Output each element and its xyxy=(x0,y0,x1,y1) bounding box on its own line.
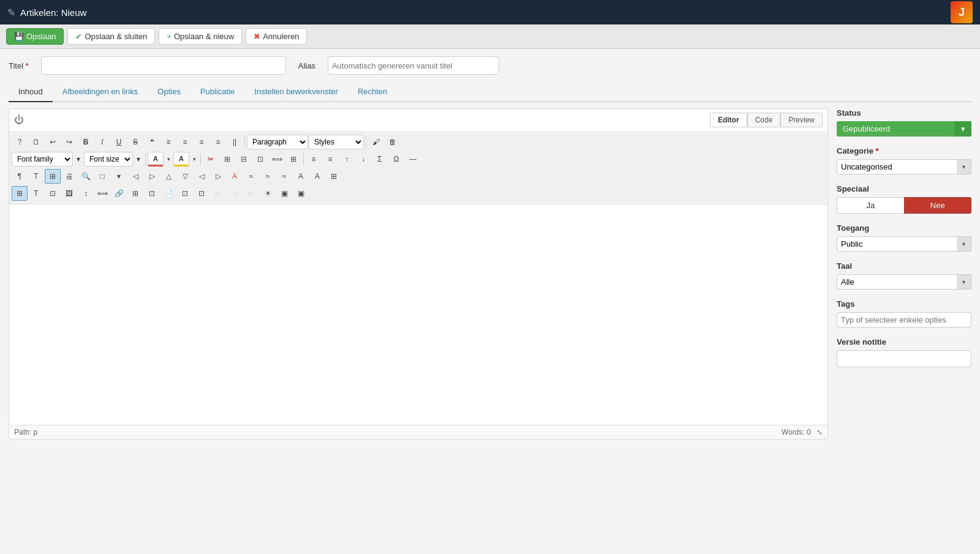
underline-button[interactable]: U xyxy=(111,135,127,149)
taal-select[interactable]: Alle xyxy=(837,274,971,290)
highlight-color-arrow[interactable]: ▾ xyxy=(190,152,198,167)
align-justify-button[interactable]: ≡ xyxy=(210,135,226,149)
font-color-arrow[interactable]: ▾ xyxy=(164,152,173,167)
undo-button[interactable]: ↩ xyxy=(45,135,61,149)
align-right-button[interactable]: ≡ xyxy=(194,135,209,149)
resize-handle[interactable]: ⤡ xyxy=(816,428,823,436)
newdoc-button[interactable]: 🗋 xyxy=(28,135,44,149)
indent-button[interactable]: ↓ xyxy=(355,152,371,167)
redo-button[interactable]: ↪ xyxy=(61,135,77,149)
remove-format-button[interactable]: 🗑 xyxy=(385,135,401,149)
fullscreen-button[interactable]: □ xyxy=(94,169,110,184)
tb3-btn7[interactable]: ◁ xyxy=(127,169,143,184)
save-new-button[interactable]: + Opslaan & nieuw xyxy=(159,28,242,45)
font-size-select[interactable]: Font size xyxy=(84,152,133,167)
copy-button[interactable]: ⊞ xyxy=(219,152,235,167)
unordered-list-button[interactable]: ≡ xyxy=(322,152,338,167)
tab-inhoud[interactable]: Inhoud xyxy=(9,82,53,102)
tab-afbeeldingen[interactable]: Afbeeldingen en links xyxy=(53,82,148,102)
tags-input[interactable] xyxy=(837,312,971,328)
tb3-btn18[interactable]: A xyxy=(309,169,325,184)
font-color-button[interactable]: A xyxy=(148,152,164,167)
styles-select[interactable]: Styles xyxy=(309,135,364,149)
tb4-btn11[interactable]: ⊡ xyxy=(177,186,193,201)
tb4-btn3[interactable]: ⊡ xyxy=(45,186,61,201)
preview-view-button[interactable]: Preview xyxy=(780,113,823,127)
tb3-btn9[interactable]: △ xyxy=(160,169,176,184)
print-button[interactable]: 🖨 xyxy=(61,169,77,184)
power-button[interactable]: ⏻ xyxy=(14,114,24,125)
clear-format-button[interactable]: 🖌 xyxy=(368,135,384,149)
speciaal-nee-button[interactable]: Nee xyxy=(904,197,972,214)
media-caption-btn[interactable]: ≈ xyxy=(243,169,259,184)
tb4-btn8[interactable]: ⊞ xyxy=(127,186,143,201)
tb4-btn13[interactable]: ▷ xyxy=(210,186,226,201)
editor-view-button[interactable]: Editor xyxy=(710,113,747,127)
tb4-btn1[interactable]: ⊞ xyxy=(12,186,28,201)
title-input[interactable] xyxy=(41,56,286,75)
tb4-btn15[interactable]: ▷ xyxy=(243,186,259,201)
bold-button[interactable]: B xyxy=(78,135,94,149)
tb4-btn6[interactable]: ⟺ xyxy=(94,186,110,201)
editor-content[interactable] xyxy=(9,204,827,425)
tb4-btn2[interactable]: T xyxy=(28,186,44,201)
highlight-color-button[interactable]: A xyxy=(173,152,189,167)
align-center-button[interactable]: ≡ xyxy=(177,135,193,149)
find-replace-button[interactable]: ⊞ xyxy=(285,152,301,167)
cancel-button[interactable]: ✖ Annuleren xyxy=(246,28,307,45)
strikethrough-button[interactable]: S xyxy=(127,135,143,149)
tb4-btn17[interactable]: ▣ xyxy=(276,186,292,201)
hr-button[interactable]: — xyxy=(405,152,421,167)
categorie-select[interactable]: Uncategorised xyxy=(837,159,971,174)
ordered-list-button[interactable]: ≡ xyxy=(306,152,322,167)
tb4-btn10[interactable]: 📄 xyxy=(160,186,176,201)
media-caption-btn3[interactable]: ≈ xyxy=(276,169,292,184)
tb3-btn11[interactable]: ◁ xyxy=(194,169,209,184)
tab-publicatie[interactable]: Publicatie xyxy=(190,82,244,102)
blockquote-button[interactable]: ❝ xyxy=(144,135,160,149)
tb4-btn5[interactable]: ↕ xyxy=(78,186,94,201)
outdent-button[interactable]: ↑ xyxy=(339,152,355,167)
tb3-btn17[interactable]: A xyxy=(293,169,309,184)
alias-input[interactable] xyxy=(328,56,499,75)
tb3-btn10[interactable]: ▽ xyxy=(177,169,193,184)
spellcheck-button[interactable]: 🔍 xyxy=(78,169,94,184)
font-size-arrow[interactable]: ▾ xyxy=(134,152,143,167)
tb3-btn12[interactable]: ▷ xyxy=(210,169,226,184)
speciaal-ja-button[interactable]: Ja xyxy=(837,197,904,214)
tb3-btn6[interactable]: ▾ xyxy=(111,169,127,184)
tab-opties[interactable]: Opties xyxy=(148,82,190,102)
paragraph-select[interactable]: Paragraph xyxy=(247,135,308,149)
tb4-btn12[interactable]: ⊡ xyxy=(194,186,209,201)
formula-button[interactable]: Σ xyxy=(372,152,388,167)
save-button[interactable]: 💾 Opslaan xyxy=(6,28,64,45)
link-button[interactable]: 🔗 xyxy=(111,186,127,201)
italic-button[interactable]: I xyxy=(94,135,110,149)
tab-rechten[interactable]: Rechten xyxy=(348,82,397,102)
help-button[interactable]: ? xyxy=(12,135,28,149)
special-chars-button[interactable]: Ω xyxy=(388,152,404,167)
cut-button[interactable]: ✂ xyxy=(203,152,219,167)
tb3-btn19[interactable]: ⊞ xyxy=(326,169,342,184)
code-view-button[interactable]: Code xyxy=(747,113,781,127)
toegang-select[interactable]: Public Registered Special xyxy=(837,236,971,252)
tb4-btn16[interactable]: ☀ xyxy=(260,186,276,201)
tb3-btn8[interactable]: ▷ xyxy=(144,169,160,184)
tb4-btn9[interactable]: ⊡ xyxy=(144,186,160,201)
paste-text-button[interactable]: ⊡ xyxy=(252,152,268,167)
formats-button[interactable]: || xyxy=(227,135,243,149)
tb4-btn14[interactable]: ◁ xyxy=(227,186,243,201)
font-family-arrow[interactable]: ▾ xyxy=(74,152,83,167)
tb4-btn18[interactable]: ▣ xyxy=(293,186,309,201)
table-button[interactable]: ⊞ xyxy=(45,169,61,184)
tb3-btn13[interactable]: A xyxy=(227,169,243,184)
font-family-select[interactable]: Font family xyxy=(12,152,73,167)
paste-button[interactable]: ⊟ xyxy=(236,152,252,167)
save-close-button[interactable]: ✔ Opslaan & sluiten xyxy=(67,28,155,45)
image-button[interactable]: 🖼 xyxy=(61,186,77,201)
media-caption-btn2[interactable]: ≈ xyxy=(260,169,276,184)
show-blocks-button[interactable]: ¶ xyxy=(12,169,28,184)
tab-instellen[interactable]: Instellen bewerkvenster xyxy=(244,82,348,102)
nonbreaking-button[interactable]: T xyxy=(28,169,44,184)
status-select[interactable]: Gepubliceerd Gedepubliceerd xyxy=(837,121,971,137)
